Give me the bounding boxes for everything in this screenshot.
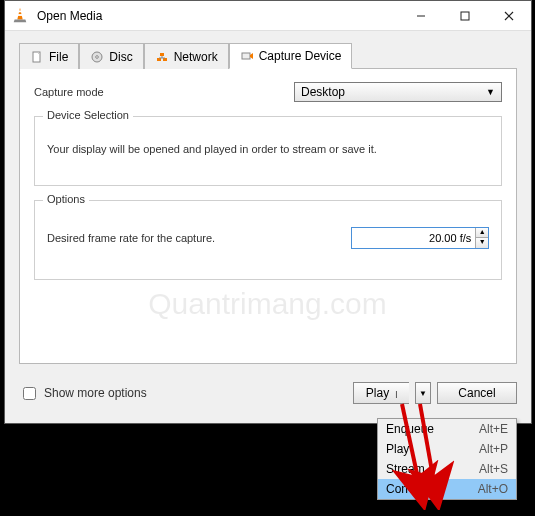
capture-mode-label: Capture mode (34, 86, 294, 98)
device-selection-text: Your display will be opened and played i… (47, 131, 489, 167)
menu-item-stream[interactable]: Stream Alt+S (378, 459, 516, 479)
tab-bar: File Disc Network Capture Device (19, 42, 517, 69)
open-media-dialog: Open Media File Disc (4, 0, 532, 424)
spin-up-button[interactable]: ▲ (476, 228, 488, 238)
chevron-down-icon: ▼ (419, 389, 427, 398)
tab-file-label: File (49, 50, 68, 64)
show-more-options-checkbox[interactable]: Show more options (19, 384, 147, 403)
tab-capture-device[interactable]: Capture Device (229, 43, 353, 69)
spinner-buttons: ▲ ▼ (475, 228, 488, 248)
play-button[interactable]: Play | (353, 382, 409, 404)
tab-disc-label: Disc (109, 50, 132, 64)
menu-item-convert[interactable]: Convert Alt+O (378, 479, 516, 499)
network-icon (155, 50, 169, 64)
play-dropdown-button[interactable]: ▼ (415, 382, 431, 404)
tab-panel-capture: Capture mode Desktop ▼ Device Selection … (19, 68, 517, 364)
tab-disc[interactable]: Disc (79, 43, 143, 69)
frame-rate-label: Desired frame rate for the capture. (47, 232, 351, 244)
frame-rate-row: Desired frame rate for the capture. ▲ ▼ (47, 215, 489, 261)
play-split-button: Play | ▼ (347, 382, 431, 404)
tab-capture-label: Capture Device (259, 49, 342, 63)
spin-down-button[interactable]: ▼ (476, 238, 488, 248)
menu-item-enqueue[interactable]: Enqueue Alt+E (378, 419, 516, 439)
options-group: Options Desired frame rate for the captu… (34, 200, 502, 280)
titlebar: Open Media (5, 1, 531, 31)
options-title: Options (43, 193, 89, 205)
minimize-button[interactable] (399, 1, 443, 31)
capture-mode-value: Desktop (301, 85, 345, 99)
svg-rect-0 (18, 10, 22, 12)
tab-network-label: Network (174, 50, 218, 64)
device-selection-group: Device Selection Your display will be op… (34, 116, 502, 186)
play-button-label: Play (366, 386, 389, 400)
svg-rect-1 (18, 14, 23, 16)
svg-point-8 (96, 55, 99, 58)
dialog-footer: Show more options Play | ▼ Cancel (5, 374, 531, 414)
frame-rate-spinner[interactable]: ▲ ▼ (351, 227, 489, 249)
close-button[interactable] (487, 1, 531, 31)
show-more-checkbox-input[interactable] (23, 387, 36, 400)
vlc-icon (11, 6, 31, 26)
svg-rect-11 (160, 53, 164, 56)
capture-mode-dropdown[interactable]: Desktop ▼ (294, 82, 502, 102)
disc-icon (90, 50, 104, 64)
show-more-label: Show more options (44, 386, 147, 400)
separator: | (395, 389, 397, 398)
dialog-content: File Disc Network Capture Device (5, 31, 531, 374)
cancel-button-label: Cancel (458, 386, 495, 400)
frame-rate-input[interactable] (352, 230, 476, 246)
maximize-button[interactable] (443, 1, 487, 31)
svg-rect-3 (461, 12, 469, 20)
device-selection-title: Device Selection (43, 109, 133, 121)
menu-item-play[interactable]: Play Alt+P (378, 439, 516, 459)
file-icon (30, 50, 44, 64)
window-title: Open Media (37, 9, 399, 23)
capture-icon (240, 49, 254, 63)
svg-rect-14 (242, 53, 250, 59)
tab-network[interactable]: Network (144, 43, 229, 69)
capture-mode-row: Capture mode Desktop ▼ (34, 82, 502, 102)
play-dropdown-menu: Enqueue Alt+E Play Alt+P Stream Alt+S Co… (377, 418, 517, 500)
cancel-button[interactable]: Cancel (437, 382, 517, 404)
tab-file[interactable]: File (19, 43, 79, 69)
chevron-down-icon: ▼ (486, 87, 495, 97)
